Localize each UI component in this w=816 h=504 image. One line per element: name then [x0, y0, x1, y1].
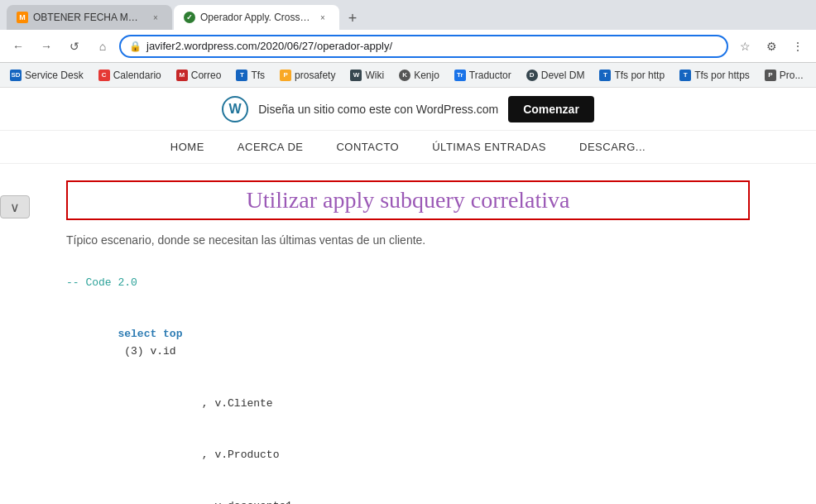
bookmark-prosafety-favicon: P — [280, 70, 291, 81]
url-box[interactable]: 🔒 javifer2.wordpress.com/2020/06/27/oper… — [119, 35, 728, 58]
bookmark-calendario-favicon: C — [98, 70, 110, 81]
bookmark-pro-label: Pro... — [780, 70, 804, 81]
menu-icon[interactable]: ⋮ — [786, 35, 809, 58]
bookmark-kenjo-favicon: K — [399, 70, 410, 81]
bookmark-pro-favicon: P — [765, 70, 776, 81]
page-content: Utilizar apply subquery correlativa Típi… — [0, 164, 816, 504]
scroll-down-button[interactable]: ∨ — [0, 195, 30, 218]
wordpress-logo: W — [222, 96, 248, 122]
nav-ultimas[interactable]: ÚLTIMAS ENTRADAS — [432, 141, 546, 153]
code-plain-4: , v.descuento1 — [118, 500, 292, 504]
forward-button[interactable]: → — [35, 35, 58, 58]
bookmark-tfs-http[interactable]: T Tfs por http — [593, 68, 671, 83]
bookmark-traductor-label: Traductor — [469, 70, 511, 81]
bookmark-service-desk-label: Service Desk — [25, 70, 84, 81]
wp-banner-text: Diseña un sitio como este con WordPress.… — [258, 103, 498, 116]
bookmark-calendario[interactable]: C Calendario — [92, 68, 168, 83]
bookmark-traductor-favicon: Tr — [454, 70, 466, 81]
bookmark-tfs-https-label: Tfs por https — [694, 70, 750, 81]
tab2-label: Operador Apply. Cross Apply v... — [200, 12, 311, 23]
address-bar-actions: ☆ ⚙ ⋮ — [733, 35, 809, 58]
new-tab-button[interactable]: + — [341, 7, 364, 30]
bookmark-tfs-https[interactable]: T Tfs por https — [673, 68, 756, 83]
bookmark-traductor[interactable]: Tr Traductor — [448, 68, 518, 83]
code-line-3: , v.Producto — [66, 430, 750, 481]
bookmark-star-icon[interactable]: ☆ — [733, 35, 756, 58]
code-line-4: , v.descuento1 — [66, 482, 750, 504]
lock-icon: 🔒 — [129, 41, 142, 52]
code-plain-1: (3) v.id — [118, 345, 175, 358]
bookmark-correo-label: Correo — [191, 70, 222, 81]
code-keyword-select: select top — [118, 328, 182, 340]
code-line-1: select top (3) v.id — [66, 310, 750, 378]
tab1-label: OBTENER FECHA MAS RECIENT — [33, 12, 144, 23]
bookmark-correo[interactable]: M Correo — [170, 68, 228, 83]
bookmark-develdm[interactable]: D Devel DM — [520, 68, 592, 83]
back-button[interactable]: ← — [7, 35, 30, 58]
article-intro: Típico escenario, donde se necesitan las… — [66, 233, 750, 247]
home-button[interactable]: ⌂ — [91, 35, 114, 58]
tab2-favicon: ✓ — [184, 12, 195, 23]
address-bar: ← → ↺ ⌂ 🔒 javifer2.wordpress.com/2020/06… — [0, 30, 816, 63]
bookmark-kenjo-label: Kenjo — [414, 70, 439, 81]
bookmark-develdm-label: Devel DM — [541, 70, 585, 81]
nav-home[interactable]: HOME — [170, 141, 204, 153]
bookmark-tfs-favicon: T — [236, 70, 247, 81]
bookmark-pro[interactable]: P Pro... — [758, 68, 810, 83]
extensions-icon[interactable]: ⚙ — [760, 35, 783, 58]
bookmark-wiki-favicon: W — [350, 70, 362, 81]
bookmark-tfs[interactable]: T Tfs — [229, 68, 271, 83]
bookmark-wiki[interactable]: W Wiki — [343, 68, 391, 83]
bookmark-calendario-label: Calendario — [113, 70, 161, 81]
bookmark-service-desk[interactable]: SD Service Desk — [3, 68, 90, 83]
bookmark-prosafety[interactable]: P prosafety — [273, 68, 342, 83]
wp-banner: W Diseña un sitio como este con WordPres… — [0, 88, 816, 131]
code-line-2: , v.Cliente — [66, 378, 750, 430]
code-plain-3: , v.Producto — [118, 449, 279, 461]
bookmark-tfs-label: Tfs — [251, 70, 265, 81]
article-title-box: Utilizar apply subquery correlativa — [66, 180, 750, 220]
bookmarks-bar: SD Service Desk C Calendario M Correo T … — [0, 63, 816, 88]
bookmark-service-desk-favicon: SD — [10, 70, 22, 81]
site-navigation: HOME ACERCA DE CONTACTO ÚLTIMAS ENTRADAS… — [0, 131, 816, 164]
bookmark-develdm-favicon: D — [526, 70, 538, 81]
tab2-close-btn[interactable]: × — [316, 11, 329, 24]
nav-contacto[interactable]: CONTACTO — [336, 141, 399, 153]
nav-descargas[interactable]: DESCARG... — [579, 141, 646, 153]
url-text: javifer2.wordpress.com/2020/06/27/operad… — [146, 40, 718, 52]
bookmark-wiki-label: Wiki — [365, 70, 384, 81]
bookmark-correo-favicon: M — [176, 70, 188, 81]
code-block: -- Code 2.0 select top (3) v.id , v.Clie… — [66, 266, 750, 504]
tab-1[interactable]: M OBTENER FECHA MAS RECIENT × — [7, 5, 172, 30]
article-title: Utilizar apply subquery correlativa — [246, 187, 569, 214]
bookmark-tfs-https-favicon: T — [679, 70, 691, 81]
bookmark-prosafety-label: prosafety — [295, 70, 335, 81]
browser-chrome: M OBTENER FECHA MAS RECIENT × ✓ Operador… — [0, 0, 816, 88]
tab-bar: M OBTENER FECHA MAS RECIENT × ✓ Operador… — [0, 0, 816, 30]
code-plain-2: , v.Cliente — [118, 397, 272, 410]
bookmark-tfs-http-label: Tfs por http — [614, 70, 665, 81]
bookmark-kenjo[interactable]: K Kenjo — [392, 68, 446, 83]
nav-acerca[interactable]: ACERCA DE — [238, 141, 304, 153]
tab1-favicon: M — [17, 12, 28, 23]
tab-2[interactable]: ✓ Operador Apply. Cross Apply v... × — [174, 5, 339, 30]
wp-cta-button[interactable]: Comenzar — [508, 96, 594, 122]
chevron-down-icon: ∨ — [10, 199, 20, 215]
reload-button[interactable]: ↺ — [63, 35, 86, 58]
code-comment: -- Code 2.0 — [66, 275, 750, 292]
bookmark-tfs-http-favicon: T — [599, 70, 611, 81]
tab1-close-btn[interactable]: × — [149, 11, 162, 24]
